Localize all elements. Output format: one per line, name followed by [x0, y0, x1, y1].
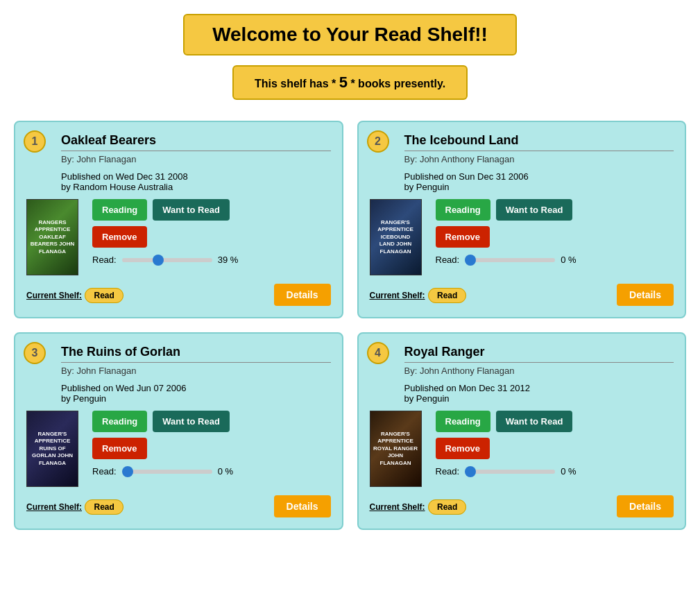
book-cover: RANGER'S APPRENTICE ICEBOUND LAND JOHN F… — [370, 199, 422, 275]
action-btn-row: Reading Want to Read — [436, 199, 674, 221]
remove-button[interactable]: Remove — [92, 438, 147, 459]
book-published: Published on Sun Dec 31 2006 — [404, 171, 674, 182]
current-shelf-section: Current Shelf: Read — [26, 500, 123, 513]
read-label: Read: — [436, 466, 460, 477]
want-to-read-button[interactable]: Want to Read — [153, 411, 230, 432]
current-shelf-label: Current Shelf: — [370, 291, 425, 300]
book-body: RANGER'S APPRENTICE ICEBOUND LAND JOHN F… — [370, 199, 674, 275]
book-author: By: John Anthony Flanagan — [404, 154, 674, 164]
book-info: The Ruins of Gorlan By: John Flanagan Pu… — [61, 345, 331, 404]
action-btn-row: Reading Want to Read — [436, 411, 674, 432]
want-to-read-button[interactable]: Want to Read — [153, 199, 230, 221]
book-published: Published on Mon Dec 31 2012 — [404, 383, 674, 393]
current-shelf-section: Current Shelf: Read — [370, 289, 467, 301]
shelf-badge[interactable]: Read — [85, 288, 123, 303]
book-actions: Reading Want to Read Remove Read: 0 % — [436, 199, 674, 275]
book-publisher: by Penguin — [61, 393, 331, 404]
reading-button[interactable]: Reading — [92, 411, 147, 432]
page-header: Welcome to Your Read Shelf!! This shelf … — [14, 14, 686, 100]
shelf-badge[interactable]: Read — [428, 499, 466, 515]
book-card-3: 3 The Ruins of Gorlan By: John Flanagan … — [14, 332, 343, 530]
book-publisher: by Penguin — [404, 393, 674, 404]
shelf-count-text: This shelf has * 5 * books presently. — [255, 74, 445, 92]
details-button[interactable]: Details — [274, 495, 331, 517]
book-number: 1 — [24, 130, 46, 153]
title-banner: Welcome to Your Read Shelf!! — [183, 14, 517, 55]
book-number: 2 — [367, 130, 389, 153]
want-to-read-button[interactable]: Want to Read — [496, 411, 573, 432]
read-label: Read: — [92, 255, 117, 265]
book-info: Royal Ranger By: John Anthony Flanagan P… — [404, 345, 674, 404]
book-cover: RANGER'S APPRENTICE RUINS OF GORLAN JOHN… — [26, 411, 78, 487]
page-title: Welcome to Your Read Shelf!! — [212, 24, 488, 46]
progress-slider[interactable] — [122, 258, 212, 262]
shelf-count-banner: This shelf has * 5 * books presently. — [232, 65, 468, 100]
book-cover: RANGERS APPRENTICE OAKLEAF BEARERS JOHN … — [26, 199, 78, 275]
progress-slider[interactable] — [122, 470, 212, 474]
book-body: RANGER'S APPRENTICE RUINS OF GORLAN JOHN… — [26, 411, 331, 487]
current-shelf-label: Current Shelf: — [26, 291, 82, 300]
progress-percent: 39 % — [218, 255, 239, 265]
remove-button[interactable]: Remove — [92, 226, 147, 248]
book-publisher: by Random House Australia — [61, 182, 331, 192]
progress-percent: 0 % — [561, 255, 576, 265]
details-button[interactable]: Details — [617, 495, 674, 517]
book-title: The Ruins of Gorlan — [61, 345, 331, 363]
current-shelf-section: Current Shelf: Read — [26, 289, 123, 301]
book-title: Oakleaf Bearers — [61, 133, 331, 151]
action-btn-row: Reading Want to Read — [92, 411, 331, 432]
book-number: 4 — [367, 342, 389, 364]
book-card-2: 2 The Icebound Land By: John Anthony Fla… — [357, 121, 687, 318]
book-author: By: John Anthony Flanagan — [404, 366, 674, 376]
action-btn-row: Reading Want to Read — [92, 199, 331, 221]
shelf-badge[interactable]: Read — [85, 499, 123, 515]
progress-slider[interactable] — [465, 258, 555, 262]
book-published: Published on Wed Dec 31 2008 — [61, 171, 331, 182]
book-actions: Reading Want to Read Remove Read: 39 % — [92, 199, 331, 275]
reading-button[interactable]: Reading — [436, 411, 490, 432]
details-button[interactable]: Details — [617, 284, 674, 306]
books-grid: 1 Oakleaf Bearers By: John Flanagan Publ… — [14, 121, 686, 530]
book-title: Royal Ranger — [404, 345, 674, 363]
book-author: By: John Flanagan — [61, 366, 331, 376]
reading-button[interactable]: Reading — [92, 199, 147, 221]
card-footer: Current Shelf: Read Details — [370, 284, 674, 306]
book-body: RANGERS APPRENTICE OAKLEAF BEARERS JOHN … — [26, 199, 331, 275]
reading-button[interactable]: Reading — [436, 199, 490, 221]
book-publisher: by Penguin — [404, 182, 674, 192]
remove-button[interactable]: Remove — [436, 226, 490, 248]
read-label: Read: — [436, 255, 460, 265]
details-button[interactable]: Details — [274, 284, 331, 306]
card-footer: Current Shelf: Read Details — [370, 495, 674, 517]
read-label: Read: — [92, 466, 117, 477]
current-shelf-label: Current Shelf: — [26, 502, 82, 512]
progress-percent: 0 % — [561, 466, 576, 477]
book-actions: Reading Want to Read Remove Read: 0 % — [92, 411, 331, 487]
book-card-4: 4 Royal Ranger By: John Anthony Flanagan… — [357, 332, 687, 530]
book-info: The Icebound Land By: John Anthony Flana… — [404, 133, 674, 192]
current-shelf-section: Current Shelf: Read — [370, 500, 467, 513]
book-number: 3 — [24, 342, 46, 364]
card-footer: Current Shelf: Read Details — [26, 495, 331, 517]
book-info: Oakleaf Bearers By: John Flanagan Publis… — [61, 133, 331, 192]
remove-button[interactable]: Remove — [436, 438, 490, 459]
shelf-badge[interactable]: Read — [428, 288, 466, 303]
want-to-read-button[interactable]: Want to Read — [496, 199, 573, 221]
book-published: Published on Wed Jun 07 2006 — [61, 383, 331, 393]
book-title: The Icebound Land — [404, 133, 674, 151]
book-cover: RANGER'S APPRENTICE ROYAL RANGER JOHN FL… — [370, 411, 422, 487]
book-body: RANGER'S APPRENTICE ROYAL RANGER JOHN FL… — [370, 411, 674, 487]
read-progress: Read: 0 % — [436, 255, 674, 265]
card-footer: Current Shelf: Read Details — [26, 284, 331, 306]
book-actions: Reading Want to Read Remove Read: 0 % — [436, 411, 674, 487]
read-progress: Read: 0 % — [92, 466, 331, 477]
progress-slider[interactable] — [465, 470, 555, 474]
read-progress: Read: 0 % — [436, 466, 674, 477]
read-progress: Read: 39 % — [92, 255, 331, 265]
book-card-1: 1 Oakleaf Bearers By: John Flanagan Publ… — [14, 121, 343, 318]
progress-percent: 0 % — [218, 466, 233, 477]
book-author: By: John Flanagan — [61, 154, 331, 164]
current-shelf-label: Current Shelf: — [370, 502, 425, 512]
